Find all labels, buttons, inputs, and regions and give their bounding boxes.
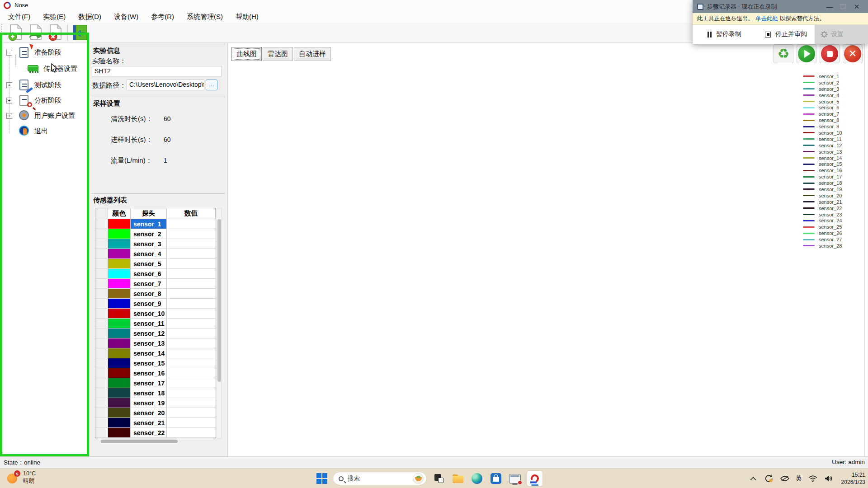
data-path-input[interactable]: C:\Users\Lenovo\Desktop\tes — [127, 80, 204, 90]
value-cell[interactable] — [167, 249, 216, 258]
tab-curve[interactable]: 曲线图 — [231, 47, 262, 61]
row-header-cell[interactable] — [95, 348, 108, 358]
recorder-titlebar[interactable]: 步骤记录器 - 现在正在录制 — ☐ ✕ — [693, 0, 868, 13]
sensor-name-cell[interactable]: sensor_6 — [131, 269, 167, 278]
row-header-cell[interactable] — [95, 388, 108, 398]
start-acquisition-button[interactable] — [797, 44, 816, 63]
row-header-cell[interactable] — [95, 428, 108, 437]
sidebar-item-exit[interactable]: 退出 — [0, 124, 89, 138]
row-header-cell[interactable] — [95, 309, 108, 318]
row-header-cell[interactable] — [95, 289, 108, 298]
recorder-minimize-button[interactable]: — — [823, 3, 836, 10]
browse-path-button[interactable]: ... — [206, 80, 217, 90]
color-swatch[interactable] — [108, 289, 131, 298]
sensor-name-cell[interactable]: sensor_17 — [131, 378, 167, 388]
table-row[interactable]: sensor_19 — [95, 398, 216, 408]
table-row[interactable]: sensor_3 — [95, 239, 216, 249]
steps-recorder-taskbar-button[interactable] — [508, 472, 522, 485]
color-swatch[interactable] — [108, 388, 131, 398]
sensor-name-cell[interactable]: sensor_8 — [131, 289, 167, 298]
row-header-cell[interactable] — [95, 319, 108, 328]
sensor-table-vertical-scrollbar[interactable] — [217, 208, 222, 438]
sensor-name-cell[interactable]: sensor_11 — [131, 319, 167, 328]
delete-document-button[interactable] — [45, 23, 65, 42]
eye-hidden-icon[interactable] — [780, 474, 790, 483]
recorder-close-button[interactable]: ✕ — [850, 3, 863, 11]
sidebar-item-analysis-stage[interactable]: 分析阶段 — [0, 93, 89, 108]
taskbar-clock[interactable]: 15:21 2026/1/23 — [841, 471, 865, 486]
task-view-button[interactable] — [432, 472, 446, 485]
nose-app-taskbar-button[interactable] — [527, 471, 542, 486]
sensor-name-cell[interactable]: sensor_4 — [131, 249, 167, 258]
menu-item-reference[interactable]: 参考(R) — [145, 11, 180, 23]
color-swatch[interactable] — [108, 269, 131, 278]
value-cell[interactable] — [167, 309, 216, 318]
table-row[interactable]: sensor_9 — [95, 299, 216, 309]
menu-item-system-management[interactable]: 系统管理(S) — [180, 11, 229, 23]
sidebar-item-test-stage[interactable]: 测试阶段 — [0, 78, 89, 92]
tray-chevron-up-icon[interactable] — [748, 474, 758, 483]
sensor-name-cell[interactable]: sensor_10 — [131, 309, 167, 318]
color-swatch[interactable] — [108, 418, 131, 427]
value-cell[interactable] — [167, 229, 216, 239]
color-swatch[interactable] — [108, 348, 131, 358]
column-header-probe[interactable]: 探头 — [131, 208, 167, 219]
table-row[interactable]: sensor_14 — [95, 348, 216, 358]
row-header-cell[interactable] — [95, 239, 108, 249]
value-cell[interactable] — [167, 348, 216, 358]
table-row[interactable]: sensor_6 — [95, 269, 216, 279]
value-cell[interactable] — [167, 289, 216, 298]
sensor-name-cell[interactable]: sensor_5 — [131, 259, 167, 268]
color-swatch[interactable] — [108, 398, 131, 408]
color-swatch[interactable] — [108, 259, 131, 268]
color-swatch[interactable] — [108, 368, 131, 378]
tab-radar[interactable]: 雷达图 — [263, 47, 293, 61]
color-swatch[interactable] — [108, 229, 131, 239]
sidebar-item-sensor-settings[interactable]: 传感器设置 — [0, 61, 89, 76]
color-swatch[interactable] — [108, 358, 131, 368]
input-language-indicator[interactable]: 英 — [796, 474, 802, 483]
menu-item-help[interactable]: 帮助(H) — [229, 11, 265, 23]
sensor-name-cell[interactable]: sensor_2 — [131, 229, 167, 239]
value-cell[interactable] — [167, 418, 216, 427]
sensor-name-cell[interactable]: sensor_19 — [131, 398, 167, 408]
table-row[interactable]: sensor_16 — [95, 368, 216, 378]
value-cell[interactable] — [167, 239, 216, 249]
menu-item-file[interactable]: 文件(F) — [2, 11, 37, 23]
toolbar-grip[interactable] — [1, 24, 4, 41]
sensor-name-cell[interactable]: sensor_16 — [131, 368, 167, 378]
row-header-cell[interactable] — [95, 378, 108, 388]
color-swatch[interactable] — [108, 279, 131, 288]
color-swatch[interactable] — [108, 408, 131, 418]
start-button[interactable] — [316, 473, 327, 484]
color-swatch[interactable] — [108, 338, 131, 348]
stop-review-button[interactable]: 停止并审阅 — [765, 30, 807, 38]
row-header-cell[interactable] — [95, 299, 108, 308]
volume-icon[interactable] — [824, 474, 834, 483]
row-header-cell[interactable] — [95, 418, 108, 427]
sensor-name-cell[interactable]: sensor_1 — [131, 219, 167, 229]
export-document-button[interactable] — [25, 23, 45, 42]
table-row[interactable]: sensor_17 — [95, 378, 216, 388]
color-swatch[interactable] — [108, 239, 131, 249]
wifi-icon[interactable] — [808, 474, 818, 483]
color-swatch[interactable] — [108, 319, 131, 328]
sensor-name-cell[interactable]: sensor_18 — [131, 388, 167, 398]
sensor-name-cell[interactable]: sensor_3 — [131, 239, 167, 249]
table-row[interactable]: sensor_5 — [95, 259, 216, 269]
row-header-cell[interactable] — [95, 328, 108, 338]
table-row[interactable]: sensor_13 — [95, 338, 216, 348]
menu-item-experiment[interactable]: 实验(E) — [37, 11, 72, 23]
edge-browser-button[interactable] — [470, 472, 484, 485]
color-swatch[interactable] — [108, 328, 131, 338]
value-cell[interactable] — [167, 388, 216, 398]
color-swatch[interactable] — [108, 378, 131, 388]
column-header-color[interactable]: 颜色 — [108, 208, 131, 219]
taskbar-search[interactable]: 搜索 — [333, 472, 427, 485]
sensor-name-cell[interactable]: sensor_20 — [131, 408, 167, 418]
row-header-cell[interactable] — [95, 398, 108, 408]
value-cell[interactable] — [167, 338, 216, 348]
file-explorer-button[interactable] — [451, 472, 465, 485]
table-row[interactable]: sensor_7 — [95, 279, 216, 289]
tab-autosample[interactable]: 自动进样 — [294, 47, 331, 61]
